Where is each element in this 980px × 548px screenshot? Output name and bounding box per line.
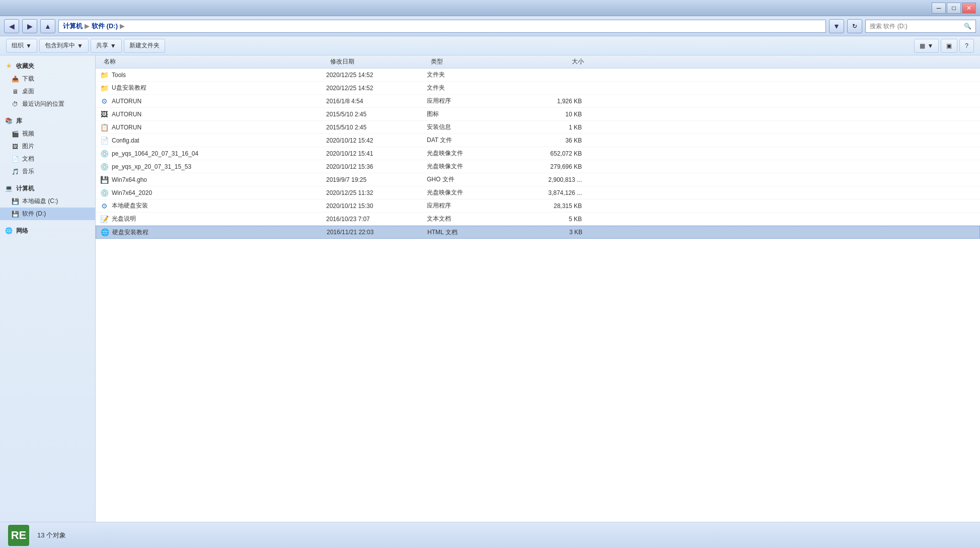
file-size-cell: 1 KB <box>507 124 588 131</box>
up-button[interactable]: ▲ <box>40 19 55 33</box>
toolbar: 组织 ▼ 包含到库中 ▼ 共享 ▼ 新建文件夹 ▦ ▼ ▣ ? <box>0 36 980 55</box>
file-icon: 📁 <box>100 84 109 93</box>
refresh-button[interactable]: ↻ <box>847 19 862 33</box>
music-label: 音乐 <box>22 167 34 176</box>
table-row[interactable]: 💿 Win7x64_2020 2020/12/25 11:32 光盘映像文件 3… <box>96 186 980 199</box>
window-controls: ─ □ ✕ <box>932 3 976 14</box>
sidebar-item-picture[interactable]: 🖼 图片 <box>0 140 95 153</box>
include-lib-dropdown-icon: ▼ <box>77 42 83 49</box>
table-row[interactable]: 📝 光盘说明 2016/10/23 7:07 文本文档 5 KB <box>96 213 980 226</box>
file-date-cell: 2016/10/23 7:07 <box>326 216 427 223</box>
table-row[interactable]: 🖼 AUTORUN 2015/5/10 2:45 图标 10 KB <box>96 108 980 121</box>
view-icon: ▦ <box>920 42 925 49</box>
computer-section: 💻 计算机 💾 本地磁盘 (C:) 💾 软件 (D:) <box>0 182 95 220</box>
file-icon: 📝 <box>100 215 109 224</box>
table-row[interactable]: ⚙ AUTORUN 2016/1/8 4:54 应用程序 1,926 KB <box>96 95 980 108</box>
forward-button[interactable]: ▶ <box>22 19 37 33</box>
col-date[interactable]: 修改日期 <box>326 57 427 66</box>
col-size[interactable]: 大小 <box>507 57 588 66</box>
file-name-cell: 📝 光盘说明 <box>100 215 326 224</box>
share-label: 共享 <box>96 41 108 50</box>
sidebar-item-software-d[interactable]: 💾 软件 (D:) <box>0 208 95 220</box>
file-type-cell: DAT 文件 <box>427 136 507 145</box>
include-lib-button[interactable]: 包含到库中 ▼ <box>39 39 89 53</box>
file-date-cell: 2020/10/12 15:41 <box>326 150 427 157</box>
file-size-cell: 1,926 KB <box>507 98 588 105</box>
file-size-cell: 28,315 KB <box>507 202 588 210</box>
organize-button[interactable]: 组织 ▼ <box>6 39 37 53</box>
maximize-button[interactable]: □ <box>947 3 961 14</box>
address-path[interactable]: 计算机 ▶ 软件 (D:) ▶ <box>58 20 826 33</box>
search-icon[interactable]: 🔍 <box>964 23 971 30</box>
file-name-cell: 💾 Win7x64.gho <box>100 175 326 184</box>
file-icon: 📄 <box>100 136 109 145</box>
music-icon: 🎵 <box>11 168 19 176</box>
view-button[interactable]: ▦ ▼ <box>914 39 939 53</box>
file-date-cell: 2016/11/21 22:03 <box>327 229 427 236</box>
sidebar-item-music[interactable]: 🎵 音乐 <box>0 165 95 178</box>
pane-button[interactable]: ▣ <box>941 39 957 53</box>
dropdown-button[interactable]: ▼ <box>829 19 844 33</box>
file-name-cell: 📄 Config.dat <box>100 136 326 145</box>
file-size-cell: 279,696 KB <box>507 163 588 170</box>
close-button[interactable]: ✕ <box>962 3 976 14</box>
search-input[interactable] <box>870 23 962 30</box>
file-size-cell: 36 KB <box>507 137 588 144</box>
file-name: 本地硬盘安装 <box>112 201 148 210</box>
table-row[interactable]: 📋 AUTORUN 2015/5/10 2:45 安装信息 1 KB <box>96 121 980 134</box>
file-date-cell: 2020/10/12 15:36 <box>326 163 427 170</box>
file-name-cell: 💿 Win7x64_2020 <box>100 188 326 197</box>
share-button[interactable]: 共享 ▼ <box>91 39 122 53</box>
status-bar: RE 13 个对象 <box>0 522 980 548</box>
software-d-icon: 💾 <box>11 210 19 218</box>
file-size-cell: 3,874,126 ... <box>507 189 588 196</box>
picture-label: 图片 <box>22 142 34 151</box>
sidebar-item-doc[interactable]: 📄 文档 <box>0 153 95 165</box>
computer-header: 💻 计算机 <box>0 182 95 195</box>
network-section: 🌐 网络 <box>0 224 95 237</box>
sidebar-item-video[interactable]: 🎬 视频 <box>0 127 95 140</box>
table-row[interactable]: 💾 Win7x64.gho 2019/9/7 19:25 GHO 文件 2,90… <box>96 173 980 186</box>
local-c-label: 本地磁盘 (C:) <box>22 197 58 206</box>
help-button[interactable]: ? <box>959 39 974 53</box>
file-name-cell: 📋 AUTORUN <box>100 123 326 132</box>
file-name-cell: 💿 pe_yqs_xp_20_07_31_15_53 <box>100 162 326 171</box>
table-row[interactable]: 💿 pe_yqs_xp_20_07_31_15_53 2020/10/12 15… <box>96 160 980 173</box>
path-drive[interactable]: 软件 (D:) <box>92 22 118 31</box>
file-date-cell: 2020/12/25 11:32 <box>326 189 427 196</box>
sidebar-item-recent[interactable]: ⏱ 最近访问的位置 <box>0 98 95 110</box>
file-type-cell: 光盘映像文件 <box>427 188 507 197</box>
col-name[interactable]: 名称 <box>100 57 326 66</box>
file-type-cell: 图标 <box>427 110 507 118</box>
view-dropdown-icon: ▼ <box>927 42 933 49</box>
sidebar-item-download[interactable]: 📥 下载 <box>0 73 95 85</box>
path-computer[interactable]: 计算机 <box>63 22 83 31</box>
column-headers: 名称 修改日期 类型 大小 <box>96 55 980 68</box>
file-name-cell: ⚙ 本地硬盘安装 <box>100 201 326 211</box>
network-label: 网络 <box>16 227 28 235</box>
sidebar-item-local-c[interactable]: 💾 本地磁盘 (C:) <box>0 195 95 208</box>
file-size-cell: 652,072 KB <box>507 150 588 157</box>
file-name: 光盘说明 <box>112 215 136 223</box>
file-type-cell: 文本文档 <box>427 215 507 223</box>
table-row[interactable]: 📁 Tools 2020/12/25 14:52 文件夹 <box>96 68 980 82</box>
back-button[interactable]: ◀ <box>4 19 19 33</box>
file-name: Tools <box>112 72 126 79</box>
col-type[interactable]: 类型 <box>427 57 507 66</box>
search-box: 🔍 <box>865 20 976 33</box>
file-type-cell: 光盘映像文件 <box>427 149 507 158</box>
minimize-button[interactable]: ─ <box>932 3 946 14</box>
file-date-cell: 2020/12/25 14:52 <box>326 85 427 92</box>
table-row[interactable]: 💿 pe_yqs_1064_20_07_31_16_04 2020/10/12 … <box>96 147 980 160</box>
file-name-cell: 🖼 AUTORUN <box>100 110 326 119</box>
network-icon: 🌐 <box>4 226 13 235</box>
new-folder-button[interactable]: 新建文件夹 <box>124 39 165 53</box>
table-row[interactable]: ⚙ 本地硬盘安装 2020/10/12 15:30 应用程序 28,315 KB <box>96 199 980 213</box>
table-row[interactable]: 📄 Config.dat 2020/10/12 15:42 DAT 文件 36 … <box>96 134 980 147</box>
table-row[interactable]: 🌐 硬盘安装教程 2016/11/21 22:03 HTML 文档 3 KB <box>96 226 980 239</box>
organize-dropdown-icon: ▼ <box>26 42 32 49</box>
table-row[interactable]: 📁 U盘安装教程 2020/12/25 14:52 文件夹 <box>96 82 980 95</box>
recent-icon: ⏱ <box>11 100 19 108</box>
sidebar-item-desktop[interactable]: 🖥 桌面 <box>0 85 95 98</box>
file-name-cell: 💿 pe_yqs_1064_20_07_31_16_04 <box>100 149 326 158</box>
